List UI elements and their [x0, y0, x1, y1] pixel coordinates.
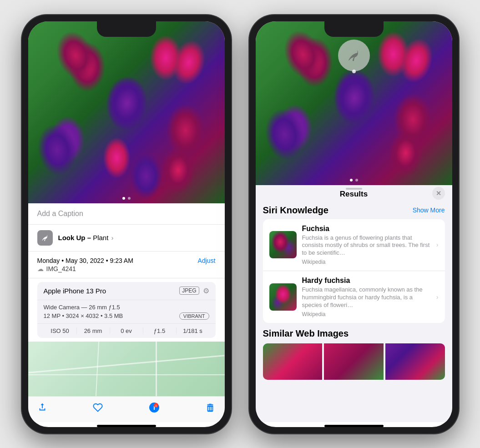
knowledge-card: Fuchsia Fuchsia is a genus of flowering …: [263, 219, 445, 323]
leaf-icon: [40, 233, 50, 242]
hardy-text: Hardy fuchsia Fuchsia magellanica, commo…: [302, 277, 431, 317]
siri-leaf-icon: [346, 47, 362, 64]
dot-2-1: [350, 179, 353, 181]
lookup-row[interactable]: Look Up – Plant ›: [28, 225, 225, 252]
camera-section: Apple iPhone 13 Pro JPEG ⚙ Wide Camera —…: [37, 282, 216, 338]
results-title: Results: [340, 190, 368, 199]
results-header: Results ✕: [256, 185, 452, 201]
lookup-label: Look Up –: [58, 234, 93, 242]
exif-row: ISO 50 26 mm 0 ev ƒ1.5 1/181 s: [37, 324, 216, 338]
lookup-text[interactable]: Look Up – Plant ›: [58, 234, 114, 242]
web-images-grid: [263, 343, 445, 380]
exif-shutter: 1/181 s: [177, 327, 209, 334]
fuchsia-text: Fuchsia Fuchsia is a genus of flowering …: [302, 225, 431, 266]
home-bar-2: [324, 425, 384, 427]
web-image-1[interactable]: [263, 343, 323, 380]
lookup-subject: Plant: [93, 234, 108, 242]
siri-bubble: [338, 40, 370, 71]
home-bar-1: [97, 425, 156, 427]
info-button[interactable]: i i: [149, 402, 160, 413]
page-indicator-2: [350, 179, 358, 181]
results-panel: Results ✕ Siri Knowledge Show More: [256, 185, 452, 422]
hardy-chevron: ›: [436, 293, 439, 301]
fuchsia-chevron: ›: [436, 241, 439, 248]
camera-tags: JPEG ⚙: [179, 287, 209, 295]
knowledge-item-hardy[interactable]: Hardy fuchsia Fuchsia magellanica, commo…: [263, 271, 445, 323]
fuchsia-thumb: [269, 231, 297, 258]
cloud-icon: ☁: [37, 265, 44, 272]
drag-handle[interactable]: [346, 188, 362, 190]
camera-specs: 12 MP • 3024 × 4032 • 3.5 MB VIBRANT: [44, 312, 209, 320]
notch-1: [97, 21, 156, 37]
dot-2: [128, 197, 131, 200]
siri-dot: [352, 70, 356, 73]
bottom-toolbar: i i: [28, 396, 225, 422]
filename: IMG_4241: [46, 265, 76, 272]
exif-iso: ISO 50: [44, 327, 77, 334]
filename-row: ☁ IMG_4241: [37, 265, 216, 272]
share-button[interactable]: [37, 403, 47, 413]
vibrant-tag: VIBRANT: [179, 312, 209, 320]
screen-1: Add a Caption Look Up – Plant › Monday •…: [28, 21, 225, 427]
siri-knowledge-title: Siri Knowledge: [263, 205, 328, 216]
photo-2: [256, 21, 452, 185]
fuchsia-desc: Fuchsia is a genus of flowering plants t…: [302, 234, 431, 257]
web-images-section: Similar Web Images: [263, 328, 445, 380]
dot-2-2: [355, 179, 358, 181]
exif-ev: 0 ev: [110, 327, 143, 334]
photo-1[interactable]: [28, 21, 225, 203]
map-roads: [28, 342, 225, 396]
web-images-title: Similar Web Images: [263, 328, 445, 339]
gear-icon: ⚙: [203, 287, 209, 295]
favorite-button[interactable]: [93, 403, 103, 413]
fuchsia-name: Fuchsia: [302, 225, 431, 233]
hardy-name: Hardy fuchsia: [302, 277, 431, 285]
map-area[interactable]: [28, 342, 225, 396]
adjust-button[interactable]: Adjust: [198, 257, 216, 264]
camera-header: Apple iPhone 13 Pro JPEG ⚙: [37, 282, 216, 300]
wide-camera: Wide Camera — 26 mm ƒ1.5: [44, 304, 209, 311]
notch-2: [324, 21, 384, 37]
caption-area[interactable]: Add a Caption: [28, 203, 225, 225]
page-indicator: [122, 197, 131, 200]
fuchsia-source: Wikipedia: [302, 259, 431, 265]
knowledge-item-fuchsia[interactable]: Fuchsia Fuchsia is a genus of flowering …: [263, 219, 445, 272]
siri-knowledge-header: Siri Knowledge Show More: [263, 205, 445, 216]
hardy-desc: Fuchsia magellanica, commonly known as t…: [302, 286, 431, 309]
camera-model: Apple iPhone 13 Pro: [44, 287, 106, 295]
phone-2: Results ✕ Siri Knowledge Show More: [249, 15, 459, 433]
svg-text:i: i: [156, 404, 157, 407]
web-image-3[interactable]: [385, 343, 445, 380]
results-content[interactable]: Siri Knowledge Show More Fuchsia Fuchsia…: [256, 201, 452, 422]
hardy-source: Wikipedia: [302, 311, 431, 317]
web-image-2[interactable]: [324, 343, 384, 380]
info-section: Monday • May 30, 2022 • 9:23 AM Adjust ☁…: [28, 252, 225, 278]
screen-2: Results ✕ Siri Knowledge Show More: [256, 21, 452, 427]
hardy-thumb: [269, 283, 297, 311]
photo-date: Monday • May 30, 2022 • 9:23 AM: [37, 257, 133, 264]
exif-aperture: ƒ1.5: [143, 327, 177, 334]
exif-focal: 26 mm: [77, 327, 110, 334]
caption-placeholder[interactable]: Add a Caption: [37, 210, 83, 217]
phone-1: Add a Caption Look Up – Plant › Monday •…: [22, 15, 231, 433]
close-button[interactable]: ✕: [432, 187, 445, 200]
delete-button[interactable]: [205, 403, 215, 413]
show-more-button[interactable]: Show More: [413, 206, 445, 214]
jpeg-tag: JPEG: [179, 287, 199, 295]
lookup-chevron: ›: [109, 234, 113, 242]
specs-text: 12 MP • 3024 × 4032 • 3.5 MB: [44, 312, 123, 319]
visual-lookup-icon: [37, 230, 53, 246]
dot-1: [122, 197, 125, 200]
camera-details: Wide Camera — 26 mm ƒ1.5 12 MP • 3024 × …: [37, 300, 216, 324]
